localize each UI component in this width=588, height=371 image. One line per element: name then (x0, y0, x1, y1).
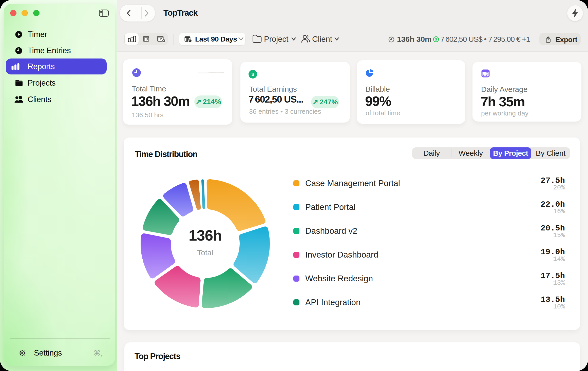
svg-text:$: $ (252, 72, 254, 77)
svg-text:$: $ (435, 37, 437, 41)
